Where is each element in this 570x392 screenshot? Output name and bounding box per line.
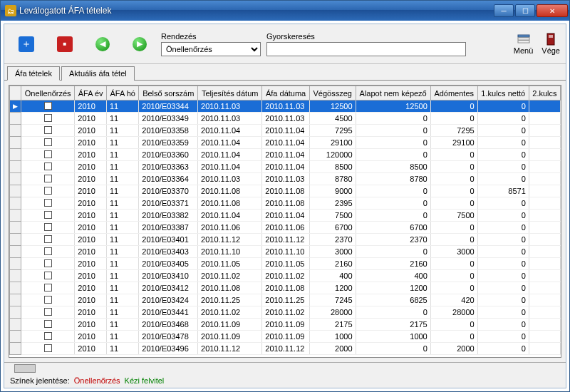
cell[interactable]: 0 (477, 343, 529, 355)
cell[interactable] (529, 294, 560, 306)
checkbox-icon[interactable] (44, 332, 52, 340)
cell[interactable]: 8500 (356, 161, 430, 173)
cell[interactable]: 0 (477, 234, 529, 246)
cell-onellenorzes[interactable] (21, 319, 75, 331)
cell[interactable] (529, 173, 560, 185)
delete-button[interactable]: ■ (57, 36, 73, 52)
cell[interactable]: 2010.11.09 (262, 319, 310, 331)
cell[interactable]: 29100 (430, 137, 477, 149)
checkbox-icon[interactable] (44, 150, 52, 158)
table-row[interactable]: 2010112010/E034412010.11.022010.11.02280… (10, 306, 561, 319)
cell[interactable]: 2010.11.09 (198, 319, 262, 331)
table-row[interactable]: 2010112010/E034032010.11.102010.11.10300… (10, 246, 561, 258)
cell[interactable]: 6700 (309, 222, 356, 234)
cell[interactable]: 2010.11.04 (198, 210, 262, 222)
cell[interactable]: 11 (107, 197, 139, 210)
cell[interactable]: 0 (430, 113, 477, 125)
cell[interactable]: 11 (107, 185, 139, 197)
cell[interactable]: 2010/E03370 (139, 185, 198, 197)
column-header[interactable]: ÁFA év (75, 86, 107, 100)
column-header[interactable]: Adómentes (430, 86, 477, 100)
cell[interactable]: 2010/E03468 (139, 319, 198, 331)
cell[interactable]: 2370 (309, 234, 356, 246)
cell[interactable]: 2010.11.04 (198, 125, 262, 137)
cell[interactable]: 0 (477, 222, 529, 234)
checkbox-icon[interactable] (44, 235, 52, 243)
table-row[interactable]: 2010112010/E034012010.11.122010.11.12237… (10, 234, 561, 246)
cell[interactable]: 1000 (356, 331, 430, 343)
table-row[interactable]: 2010112010/E034122010.11.082010.11.08120… (10, 282, 561, 294)
cell[interactable]: 2010 (75, 258, 107, 270)
cell[interactable]: 6825 (356, 294, 430, 306)
cell[interactable]: 0 (430, 149, 477, 161)
cell[interactable] (529, 161, 560, 173)
cell[interactable]: 1200 (309, 282, 356, 294)
table-row[interactable]: 2010112010/E033582010.11.042010.11.04729… (10, 125, 561, 137)
cell[interactable]: 11 (107, 161, 139, 173)
cell[interactable]: 0 (477, 319, 529, 331)
cell[interactable]: 2370 (356, 234, 430, 246)
cell[interactable]: 2010/E03359 (139, 137, 198, 149)
table-row[interactable]: 2010112010/E033702010.11.082010.11.08900… (10, 185, 561, 197)
cell[interactable]: 2010 (75, 100, 107, 113)
table-row[interactable]: 2010112010/E033872010.11.062010.11.06670… (10, 222, 561, 234)
cell[interactable]: 0 (477, 137, 529, 149)
cell[interactable]: 2175 (309, 319, 356, 331)
cell[interactable]: 7245 (309, 294, 356, 306)
cell[interactable]: 11 (107, 100, 139, 113)
cell[interactable]: 0 (477, 270, 529, 282)
cell[interactable]: 2175 (356, 319, 430, 331)
checkbox-icon[interactable] (44, 284, 52, 292)
cell-onellenorzes[interactable] (21, 306, 75, 319)
maximize-button[interactable]: ☐ (515, 4, 535, 17)
cell[interactable]: 2010.11.08 (198, 282, 262, 294)
cell[interactable]: 0 (477, 210, 529, 222)
cell[interactable]: 2010/E03344 (139, 100, 198, 113)
cell[interactable]: 0 (356, 185, 430, 197)
cell[interactable] (529, 100, 560, 113)
cell[interactable]: 0 (477, 149, 529, 161)
cell[interactable]: 0 (430, 319, 477, 331)
cell[interactable]: 11 (107, 294, 139, 306)
cell[interactable] (529, 197, 560, 210)
cell[interactable]: 2010.11.05 (262, 258, 310, 270)
column-header[interactable]: 1.kulcs nettó (477, 86, 529, 100)
cell[interactable] (529, 306, 560, 319)
cell[interactable]: 2000 (430, 343, 477, 355)
checkbox-icon[interactable] (44, 296, 52, 304)
cell-onellenorzes[interactable] (21, 331, 75, 343)
cell[interactable]: 2010/E03441 (139, 306, 198, 319)
cell[interactable]: 2010 (75, 306, 107, 319)
cell[interactable]: 2010.11.04 (198, 161, 262, 173)
prev-button[interactable]: ◀ (95, 37, 110, 51)
table-row[interactable]: 2010112010/E034782010.11.092010.11.09100… (10, 331, 561, 343)
column-header[interactable]: ÁFA hó (107, 86, 139, 100)
cell[interactable]: 2000 (309, 343, 356, 355)
cell[interactable]: 28000 (309, 306, 356, 319)
cell[interactable]: 2010/E03412 (139, 282, 198, 294)
cell[interactable]: 8780 (309, 173, 356, 185)
cell[interactable]: 2010 (75, 222, 107, 234)
checkbox-icon[interactable] (44, 259, 52, 267)
checkbox-icon[interactable] (44, 175, 52, 182)
data-grid[interactable]: ÖnellenőrzésÁFA évÁFA hóBelső sorszámTel… (9, 85, 561, 358)
cell[interactable]: 2010.11.04 (262, 161, 310, 173)
cell[interactable]: 0 (477, 294, 529, 306)
cell[interactable]: 0 (356, 210, 430, 222)
table-row[interactable]: 2010112010/E034102010.11.022010.11.02400… (10, 270, 561, 282)
cell-onellenorzes[interactable] (21, 149, 75, 161)
cell[interactable]: 2010.11.25 (198, 294, 262, 306)
cell[interactable]: 8500 (309, 161, 356, 173)
tab-afa-tetelek[interactable]: Áfa tételek (7, 66, 60, 81)
checkbox-icon[interactable] (44, 199, 52, 207)
cell[interactable] (529, 234, 560, 246)
cell[interactable]: 2010 (75, 185, 107, 197)
cell[interactable]: 11 (107, 282, 139, 294)
cell[interactable]: 0 (477, 246, 529, 258)
cell[interactable]: 0 (430, 100, 477, 113)
cell[interactable]: 2010.11.04 (262, 125, 310, 137)
cell[interactable] (529, 210, 560, 222)
cell[interactable]: 0 (430, 197, 477, 210)
horizontal-scrollbar[interactable] (4, 362, 566, 373)
cell-onellenorzes[interactable] (21, 222, 75, 234)
